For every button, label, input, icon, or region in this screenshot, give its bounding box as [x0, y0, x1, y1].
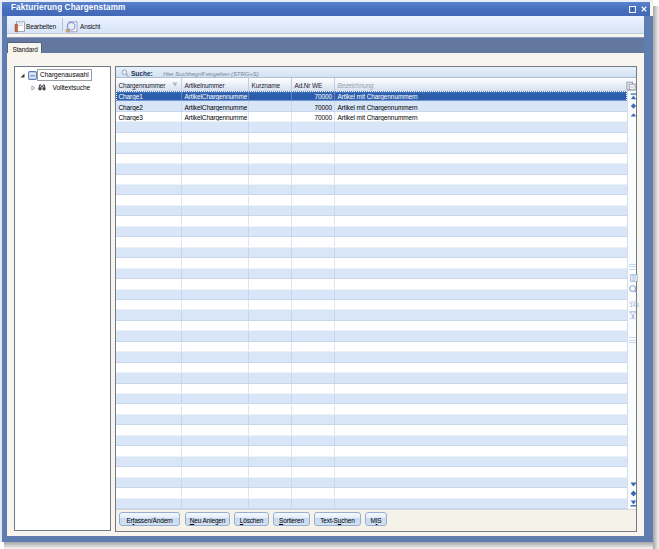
svg-text:145: 145 — [630, 301, 639, 307]
